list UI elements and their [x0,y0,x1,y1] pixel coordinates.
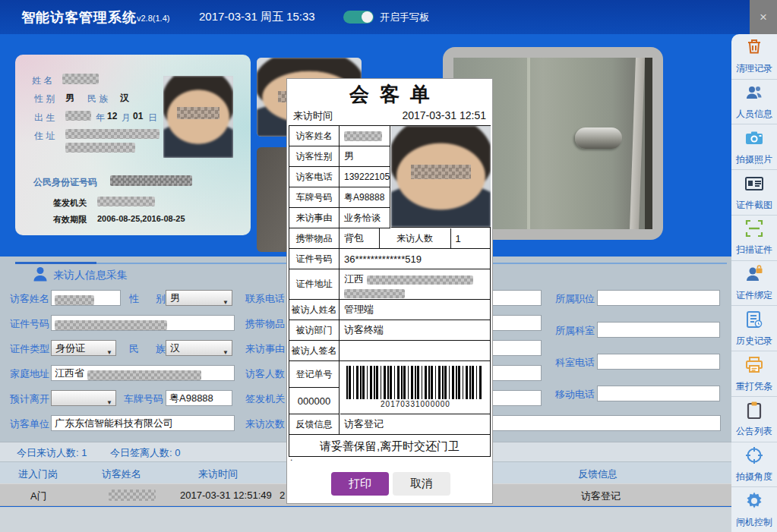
sidebar-item-gate-control[interactable]: 闸机控制 [731,487,777,532]
idcard-day-value: 01 [133,111,143,121]
row-feedback: 访客登记 [581,490,621,503]
pass-reason-value: 业务恰谈 [340,208,390,228]
redacted-block [110,175,192,186]
idcard-year-label: 年 [96,112,105,124]
person-icon [33,266,47,285]
sidebar-label: 拍摄角度 [736,471,772,483]
visit-times-label: 来访次数 [245,417,285,431]
position-label: 所属职位 [555,292,595,306]
idcard-addr-label: 住 址 [34,130,55,143]
visitor-count-label: 访客人数 [245,367,285,381]
pass-regno-value: 000000 [289,388,340,414]
row-visit-time: 2017-03-31 12:51:49 [180,490,272,501]
col-gate: 进入门岗 [18,467,58,481]
table-empty-area [0,507,731,532]
sidebar-item-clear-records[interactable]: 清理记录 [731,34,777,80]
pass-sign-label: 被访人签名 [289,341,340,361]
sidebar-item-announcements[interactable]: 公告列表 [731,397,777,442]
gear-icon [744,491,764,514]
visit-time-row: 来访时间 2017-03-31 12:51 [293,109,486,123]
dept-label: 所属科室 [555,324,595,338]
visitor-company-input[interactable]: 广东东信智能科技有限公司 [51,415,235,431]
plate-number-label: 车牌号码 [124,392,163,406]
handwriting-toggle[interactable] [343,11,374,24]
redacted-block [65,129,160,139]
dept-phone-input[interactable] [597,354,720,370]
visitor-company-value: 广东东信智能科技有限公司 [55,417,173,429]
sidebar-item-history[interactable]: 历史记录 [731,306,777,351]
sidebar-item-camera-angle[interactable]: 拍摄角度 [731,442,777,488]
header-bar: 智能访客管理系统 v2.8(1.4) 2017-03-31 周五 15:33 开… [0,0,777,34]
sex-select[interactable]: 男▼ [166,290,232,306]
visitor-name-input[interactable] [51,290,121,306]
pass-plate-label: 车牌号码 [289,187,340,208]
pass-idaddr-label: 证件地址 [289,269,340,300]
chevron-down-icon: ▼ [106,395,112,410]
idcard-issuer-label: 签发机关 [53,197,87,209]
idcard-birth-label: 出 生 [34,112,55,124]
redacted-block [109,490,156,501]
ethnic-label: 民 族 [129,342,166,356]
pass-name-label: 访客姓名 [289,126,340,146]
ethnic-select[interactable]: 汉▼ [166,340,232,356]
col-visitor-name: 访客姓名 [102,467,141,481]
sex-label: 性 别 [129,292,166,306]
expected-leave-label: 预计离开 [10,392,49,406]
header-datetime: 2017-03-31 周五 15:33 [199,10,315,24]
chevron-down-icon: ▼ [223,345,229,360]
sidebar-label: 清理记录 [736,62,772,75]
dept-input[interactable] [597,322,720,338]
idcard-validity-value: 2006-08-25,2016-08-25 [97,214,185,223]
today-signouts-count: 今日签离人数: 0 [110,446,180,460]
id-number-input[interactable] [51,315,235,331]
pass-feedback-label: 反馈信息 [289,414,340,435]
pass-phone-label: 访客电话 [289,167,340,187]
sidebar-item-scan-id[interactable]: 扫描证件 [731,216,777,261]
trash-icon [744,37,764,60]
crosshair-icon [744,445,764,468]
scan-icon [744,219,764,241]
pass-phone-value: 13922210502 [340,167,390,187]
pass-count-label: 来访人数 [380,228,451,249]
barcode-number: 20170331000000 [340,400,491,408]
chevron-down-icon: ▼ [106,345,112,360]
plate-number-input[interactable]: 粤A98888 [166,390,232,406]
pass-table: 访客姓名 访客性别男 访客电话13922210502 车牌号码粤A98888 来… [289,125,491,457]
sidebar: 清理记录 人员信息 拍摄照片 证件截图 扫描证件 证件绑定 历史记录 重打凭条 … [731,34,777,532]
visitor-company-label: 访客单位 [10,417,49,431]
printer-icon [744,355,764,378]
sidebar-item-personnel-info[interactable]: 人员信息 [731,80,777,125]
sidebar-label: 公告列表 [736,425,772,438]
col-visit-time: 来访时间 [198,467,238,481]
sidebar-label: 证件截图 [736,199,772,212]
sidebar-item-reprint-receipt[interactable]: 重打凭条 [731,351,777,397]
pass-plate-value: 粤A98888 [340,187,390,208]
sidebar-item-id-screenshot[interactable]: 证件截图 [731,170,777,216]
active-tab-indicator [15,262,96,264]
pass-dept-label: 被访部门 [289,320,340,341]
handwriting-toggle-label: 开启手写板 [380,11,429,24]
pass-name-value [340,126,390,146]
pass-regno-label: 登记单号 [289,361,340,388]
id-card-image: 姓 名 性 别 男 民 族 汉 出 生 年 12 月 01 日 住 址 公民身份… [15,55,251,235]
history-icon [744,310,764,332]
position-input[interactable] [597,290,720,306]
redacted-block [87,370,201,380]
today-visitors-count: 今日来访人数: 1 [17,446,87,460]
expected-leave-select[interactable]: ▼ [51,390,116,406]
sidebar-label: 人员信息 [736,108,772,121]
idcard-sex-label: 性 别 [34,93,55,105]
sidebar-item-id-binding[interactable]: 证件绑定 [731,261,777,307]
sidebar-label: 扫描证件 [736,244,772,257]
pass-host-label: 被访人姓名 [289,300,340,320]
idcard-ethnic-value: 汉 [120,92,129,105]
home-address-input[interactable]: 江西省 [51,365,235,381]
sidebar-label: 历史记录 [736,335,772,348]
print-button[interactable]: 打印 [331,472,389,496]
id-type-select[interactable]: 身份证▼ [51,340,116,356]
cancel-button[interactable]: 取消 [393,472,450,496]
close-icon[interactable]: × [750,0,777,34]
mobile-phone-input[interactable] [597,386,720,401]
sidebar-item-take-photo[interactable]: 拍摄照片 [731,124,777,170]
redacted-block [55,320,167,330]
